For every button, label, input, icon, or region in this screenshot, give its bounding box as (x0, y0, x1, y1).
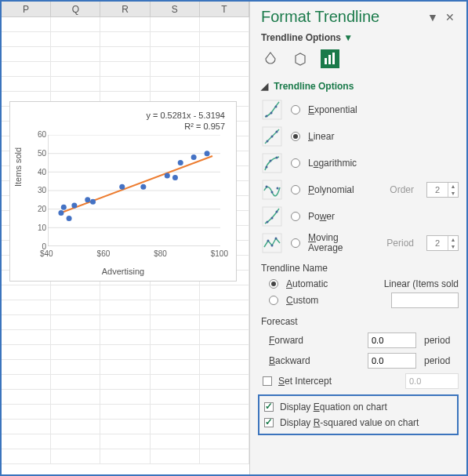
svg-point-14 (119, 184, 125, 190)
radio-name-automatic[interactable] (269, 279, 278, 289)
order-spinner[interactable]: ▲▼ (426, 182, 459, 198)
tab-effects[interactable] (291, 49, 310, 68)
set-intercept-input[interactable] (405, 373, 459, 389)
backward-input[interactable] (368, 353, 416, 369)
format-trendline-pane: Format Trendline ▼ ✕ Trendline Options ▼… (249, 2, 466, 474)
svg-rect-21 (325, 58, 327, 64)
svg-rect-45 (263, 234, 281, 253)
spin-down-icon[interactable]: ▼ (448, 190, 458, 197)
plot-area[interactable]: 0102030405060 $40$60$80$100 (48, 135, 220, 246)
spin-up-icon[interactable]: ▲ (448, 183, 458, 190)
radio-logarithmic[interactable] (291, 158, 300, 168)
col-header[interactable]: P (2, 2, 51, 16)
exponential-icon (261, 99, 283, 121)
svg-point-13 (90, 199, 96, 205)
automatic-name-value: Linear (Items sold (384, 278, 459, 289)
radio-moving-average[interactable] (291, 238, 300, 248)
svg-point-32 (276, 131, 278, 133)
svg-rect-23 (332, 53, 335, 64)
x-axis-ticks: $40$60$80$100 (40, 249, 228, 260)
section-caret-icon[interactable]: ◢ (261, 81, 268, 92)
radio-power[interactable] (291, 212, 300, 221)
svg-point-8 (58, 210, 63, 216)
moving-average-icon (261, 232, 283, 254)
display-options-highlight: Display Equation on chart Display R-squa… (258, 394, 459, 435)
svg-point-30 (267, 140, 269, 143)
svg-point-39 (271, 191, 274, 194)
column-headers: P Q R S T (2, 2, 249, 17)
trendline-equation-label[interactable]: y = 0.5281x - 5.3194 R² = 0.957 (146, 110, 225, 133)
svg-point-15 (140, 184, 146, 190)
svg-point-40 (277, 187, 279, 190)
section-heading[interactable]: Trendline Options (274, 81, 354, 92)
svg-point-19 (191, 154, 197, 160)
forecast-heading: Forecast (261, 310, 459, 330)
y-axis-ticks: 0102030405060 (31, 130, 46, 251)
tab-fill-line[interactable] (261, 49, 280, 68)
col-header[interactable]: Q (51, 2, 100, 16)
close-icon[interactable]: ✕ (441, 11, 459, 24)
spin-up-icon[interactable]: ▲ (448, 236, 458, 243)
period-input[interactable] (427, 238, 448, 249)
period-spinner[interactable]: ▲▼ (426, 235, 459, 251)
period-label: Period (386, 238, 414, 249)
svg-point-26 (270, 112, 273, 114)
svg-point-46 (267, 240, 270, 242)
radio-exponential[interactable] (291, 105, 300, 114)
embedded-chart[interactable]: y = 0.5281x - 5.3194 R² = 0.957 Items so… (9, 101, 237, 282)
trendline[interactable] (60, 156, 212, 213)
order-input[interactable] (427, 184, 448, 195)
linear-icon (261, 125, 283, 147)
forward-input[interactable] (368, 332, 416, 348)
spin-down-icon[interactable]: ▼ (448, 243, 458, 250)
svg-rect-22 (328, 55, 331, 64)
svg-point-25 (266, 115, 268, 118)
svg-point-43 (271, 217, 274, 220)
equation-text: y = 0.5281x - 5.3194 (146, 110, 225, 121)
svg-point-10 (67, 216, 72, 221)
polynomial-icon (261, 179, 283, 201)
tab-trendline-options[interactable] (321, 49, 339, 68)
order-label: Order (390, 184, 414, 195)
svg-point-42 (267, 221, 269, 223)
col-header[interactable]: S (151, 2, 200, 16)
y-axis-label[interactable]: Items sold (13, 147, 23, 187)
radio-name-custom[interactable] (269, 296, 278, 305)
svg-point-9 (61, 205, 67, 210)
trendline-name-heading: Trendline Name (261, 256, 459, 277)
r2-text: R² = 0.957 (146, 121, 225, 132)
pane-dropdown-icon[interactable]: ▼ (424, 11, 441, 24)
backward-unit: period (424, 355, 459, 366)
svg-point-12 (85, 197, 90, 202)
radio-polynomial[interactable] (291, 185, 300, 194)
checkbox-display-equation[interactable] (264, 402, 274, 412)
svg-point-35 (270, 160, 272, 162)
svg-point-18 (178, 160, 183, 165)
svg-point-20 (205, 151, 210, 156)
x-axis-label[interactable]: Advertising (10, 267, 236, 276)
options-dropdown-label[interactable]: Trendline Options (261, 32, 341, 43)
svg-point-36 (276, 157, 278, 159)
svg-point-11 (71, 202, 77, 208)
svg-point-44 (276, 211, 278, 213)
custom-name-input[interactable] (391, 293, 459, 308)
power-icon (261, 205, 283, 227)
checkbox-display-r-squared[interactable] (264, 418, 274, 427)
col-header[interactable]: R (100, 2, 150, 16)
svg-point-17 (172, 175, 178, 180)
col-header[interactable]: T (200, 2, 249, 16)
svg-point-16 (165, 173, 170, 179)
svg-point-27 (275, 106, 278, 108)
options-dropdown-icon[interactable]: ▼ (343, 32, 353, 43)
logarithmic-icon (261, 152, 283, 174)
pane-title: Format Trendline (261, 8, 424, 26)
svg-point-31 (271, 136, 274, 138)
checkbox-set-intercept[interactable] (263, 376, 272, 386)
radio-linear[interactable] (291, 132, 300, 141)
svg-point-38 (266, 186, 268, 188)
svg-point-47 (271, 245, 274, 247)
forward-unit: period (424, 335, 459, 346)
svg-point-34 (266, 166, 268, 169)
svg-point-48 (275, 238, 278, 240)
